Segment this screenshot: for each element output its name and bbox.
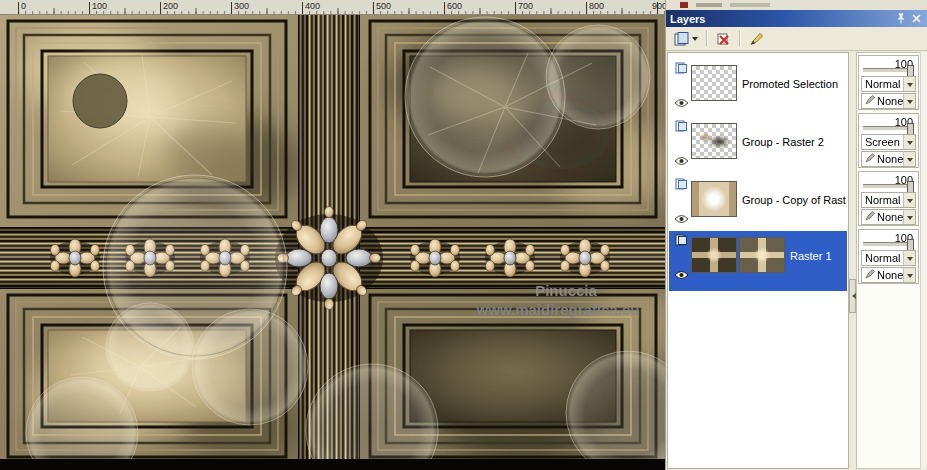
opacity-slider[interactable] (863, 184, 914, 189)
ruler-label: 100 (92, 1, 107, 11)
layer-name: Promoted Selection (742, 78, 838, 90)
layer-properties-column: 100 Normal None 100 (856, 52, 921, 469)
edit-selection-button[interactable] (745, 29, 768, 49)
visibility-eye-icon[interactable] (674, 214, 689, 226)
link-set-dropdown[interactable]: None (861, 209, 916, 225)
link-set-dropdown[interactable]: None (861, 267, 916, 283)
opacity-control[interactable]: 100 (859, 114, 918, 133)
layer-thumbnail (739, 237, 785, 273)
layer-row-promoted-selection[interactable]: Promoted Selection (669, 59, 847, 115)
link-set-dropdown[interactable]: None (861, 93, 916, 109)
palette-scrollbar[interactable] (920, 52, 927, 469)
clipped-icon-fragment (696, 3, 722, 7)
layers-palette-body: Promoted Selection Group - Raster 2 (666, 50, 927, 470)
link-pen-icon (865, 269, 875, 281)
dropdown-arrow-icon (692, 37, 698, 44)
link-set-dropdown[interactable]: None (861, 151, 916, 167)
watermark-line1: Pinuccia (535, 282, 597, 299)
layer-prop-block: 100 Normal None (858, 55, 919, 110)
palette-splitter-button[interactable] (849, 279, 856, 313)
dropdown-arrow-icon (903, 77, 915, 91)
layer-list: Promoted Selection Group - Raster 2 (667, 52, 849, 469)
dropdown-arrow-icon (903, 193, 915, 207)
ruler-label: 700 (518, 1, 533, 11)
layer-row-raster-1[interactable]: Raster 1 (669, 231, 847, 291)
blend-mode-value: Normal (865, 252, 900, 264)
dropdown-arrow-icon (903, 268, 915, 282)
link-set-value: None (877, 153, 903, 165)
new-layer-icon (674, 32, 689, 46)
dropdown-arrow-icon (903, 152, 915, 166)
layer-group-icon (675, 178, 688, 192)
psp-workspace: 0 100 200 300 400 500 600 700 800 900 (0, 0, 927, 470)
collapse-left-arrow-icon (849, 293, 856, 299)
blend-mode-dropdown[interactable]: Normal (861, 250, 916, 266)
clipped-icon-fragment (730, 3, 770, 7)
canvas-image[interactable]: Pinuccia www.maidiregrafica.eu (0, 15, 665, 470)
link-pen-icon (865, 153, 875, 165)
ruler-label: 800 (589, 1, 604, 11)
opacity-control[interactable]: 100 (859, 56, 918, 75)
layer-thumbnail (691, 237, 737, 273)
blend-mode-dropdown[interactable]: Normal (861, 76, 916, 92)
ruler-label: 0 (21, 1, 26, 11)
toolbar-separator (706, 31, 708, 47)
ruler-label: 500 (376, 1, 391, 11)
ruler-label: 900 (652, 1, 665, 11)
opacity-control[interactable]: 100 (859, 230, 918, 249)
layer-group-icon (675, 120, 688, 134)
close-icon[interactable] (912, 14, 921, 23)
layer-prop-block: 100 Normal None (858, 229, 919, 284)
layer-page-icon (675, 234, 688, 248)
dropdown-arrow-icon (903, 135, 915, 149)
layer-row-group-raster-2[interactable]: Group - Raster 2 (669, 117, 847, 173)
dropdown-arrow-icon (903, 94, 915, 108)
opacity-slider[interactable] (863, 242, 914, 247)
dropdown-arrow-icon (903, 210, 915, 224)
delete-layer-button[interactable] (712, 29, 735, 49)
layer-name: Raster 1 (790, 250, 832, 262)
delete-layer-icon (716, 32, 731, 46)
layer-name: Group - Copy of Rast (742, 194, 846, 206)
opacity-slider[interactable] (863, 126, 914, 131)
palette-title: Layers (670, 13, 896, 25)
blend-mode-value: Normal (865, 78, 900, 90)
ruler-label: 400 (305, 1, 320, 11)
link-set-value: None (877, 95, 903, 107)
toolbar-separator (739, 31, 741, 47)
layer-page-icon (675, 62, 688, 76)
blend-mode-dropdown[interactable]: Screen (861, 134, 916, 150)
layer-thumbnail (691, 181, 737, 217)
new-layer-button[interactable] (670, 29, 702, 49)
blend-mode-dropdown[interactable]: Normal (861, 192, 916, 208)
horizontal-ruler: 0 100 200 300 400 500 600 700 800 900 (0, 0, 665, 15)
layer-name: Group - Raster 2 (742, 136, 824, 148)
link-pen-icon (865, 211, 875, 223)
layers-palette: Layers (665, 0, 927, 470)
pushpin-icon[interactable] (896, 13, 906, 24)
ruler-label: 600 (447, 1, 462, 11)
opacity-slider[interactable] (863, 68, 914, 73)
dropdown-arrow-icon (903, 251, 915, 265)
opacity-control[interactable]: 100 (859, 172, 918, 191)
layers-palette-titlebar[interactable]: Layers (666, 10, 927, 27)
canvas-area: 0 100 200 300 400 500 600 700 800 900 (0, 0, 665, 470)
edit-selection-icon (749, 32, 764, 46)
layer-thumbnail (691, 65, 737, 101)
visibility-eye-icon[interactable] (674, 156, 689, 168)
ruler-label: 200 (163, 1, 178, 11)
link-set-value: None (877, 269, 903, 281)
watermark-line2: www.maidiregrafica.eu (476, 301, 640, 318)
layer-row-group-copy[interactable]: Group - Copy of Rast (669, 175, 847, 231)
visibility-eye-icon[interactable] (674, 98, 689, 110)
clipped-icon-fragment (680, 2, 688, 8)
blend-mode-value: Normal (865, 194, 900, 206)
layer-thumbnail (691, 123, 737, 159)
link-set-value: None (877, 211, 903, 223)
blend-mode-value: Screen (865, 136, 900, 148)
layers-toolbar (666, 27, 927, 50)
layer-prop-block: 100 Screen None (858, 113, 919, 168)
visibility-eye-icon[interactable] (674, 270, 689, 282)
layer-prop-block: 100 Normal None (858, 171, 919, 226)
link-pen-icon (865, 95, 875, 107)
